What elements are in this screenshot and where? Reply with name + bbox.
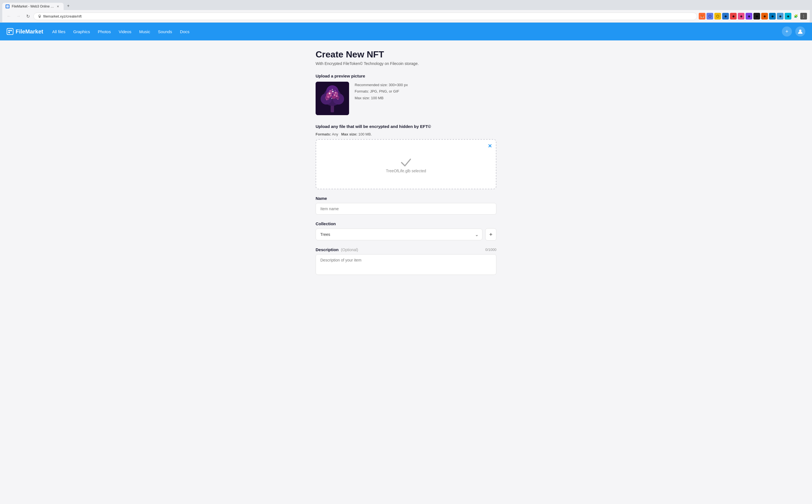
description-textarea[interactable]	[316, 254, 496, 275]
nav-graphics[interactable]: Graphics	[73, 29, 90, 34]
svg-point-23	[336, 96, 338, 97]
svg-point-29	[332, 89, 333, 90]
ext-icon-11[interactable]: ◈	[777, 13, 784, 20]
tab-close-icon[interactable]: ✕	[57, 5, 59, 8]
logo-text: FileMarket	[16, 28, 43, 35]
selected-file-text: TreeOfLife.glb selected	[386, 169, 426, 173]
upload-file-section: Upload any file that will be encrypted a…	[316, 124, 496, 189]
main-content: Create New NFT With Encrypted FileToken©…	[311, 40, 501, 299]
ext-icon-3[interactable]: ⬡	[714, 13, 721, 20]
preview-image-box[interactable]	[316, 82, 349, 115]
description-optional: (Optional)	[341, 248, 358, 252]
preview-image	[316, 82, 349, 115]
dropzone-close-icon[interactable]: ✕	[488, 143, 492, 149]
logo-icon	[7, 28, 13, 35]
svg-point-30	[330, 90, 331, 91]
collection-label: Collection	[316, 221, 496, 226]
checkmark-icon	[399, 155, 413, 169]
upload-info-maxsize: Max size: 100 MB	[355, 95, 408, 101]
name-section: Name	[316, 196, 496, 215]
svg-rect-0	[6, 5, 9, 8]
upload-preview-area: Recommended size: 300×300 px Formats: JP…	[316, 82, 496, 115]
formats-value: Any	[332, 132, 338, 136]
svg-point-25	[334, 95, 335, 96]
svg-point-24	[331, 98, 332, 99]
upload-info: Recommended size: 300×300 px Formats: JP…	[355, 82, 408, 101]
ext-puzzle-icon[interactable]: 🧩	[792, 13, 799, 20]
nav-all-files[interactable]: All files	[52, 29, 66, 34]
logo[interactable]: FileMarket	[7, 28, 43, 35]
svg-point-21	[335, 92, 336, 93]
ext-icon-10[interactable]: ◈	[769, 13, 776, 20]
ext-icon-1[interactable]: 🦊	[699, 13, 705, 20]
collection-row: Trees ⌄ +	[316, 228, 496, 241]
browser-chrome: FileMarket - Web3 Online Sho... ✕ + ← → …	[0, 0, 812, 23]
svg-point-28	[338, 99, 339, 100]
collection-select[interactable]: Trees	[316, 229, 482, 240]
ext-icon-4[interactable]: ◈	[722, 13, 729, 20]
upload-info-size: Recommended size: 300×300 px	[355, 82, 408, 88]
svg-point-27	[327, 100, 327, 100]
svg-point-19	[329, 93, 330, 94]
ext-icon-2[interactable]: ⬡	[707, 13, 713, 20]
upload-info-formats: Formats: JPG, PNG, or GIF	[355, 88, 408, 95]
name-input[interactable]	[316, 203, 496, 215]
tab-favicon	[6, 4, 9, 8]
max-size-bold: Max size:	[341, 132, 357, 136]
lock-icon	[38, 14, 42, 18]
upload-preview-section: Upload a preview picture	[316, 74, 496, 115]
description-label: Description (Optional)	[316, 247, 358, 252]
svg-point-20	[332, 91, 334, 92]
svg-point-31	[335, 90, 336, 91]
ext-icon-6[interactable]: ◈	[738, 13, 745, 20]
ext-icon-5[interactable]: ◈	[730, 13, 737, 20]
description-count: 0/1000	[485, 248, 496, 252]
page-subtitle: With Encrypted FileToken© Technology on …	[316, 61, 496, 66]
nav-music[interactable]: Music	[139, 29, 150, 34]
browser-tab-active[interactable]: FileMarket - Web3 Online Sho... ✕	[2, 3, 64, 10]
add-button[interactable]: +	[782, 26, 792, 37]
svg-point-16	[332, 95, 336, 99]
name-label: Name	[316, 196, 496, 201]
new-tab-button[interactable]: +	[64, 2, 72, 10]
nav-videos[interactable]: Videos	[118, 29, 131, 34]
description-header: Description (Optional) 0/1000	[316, 247, 496, 252]
svg-rect-4	[10, 30, 12, 31]
upload-file-label: Upload any file that will be encrypted a…	[316, 124, 496, 129]
formats-bold: Formats:	[316, 132, 331, 136]
collection-select-wrapper: Trees ⌄	[316, 229, 482, 240]
ext-icon-9[interactable]: ◈	[761, 13, 768, 20]
nav-right: +	[782, 26, 805, 37]
ext-icon-7[interactable]: ◈	[746, 13, 752, 20]
site-navigation: FileMarket All files Graphics Photos Vid…	[0, 23, 812, 40]
url-text: filemarket.xyz/create/nft	[43, 14, 693, 18]
svg-rect-5	[8, 32, 10, 33]
svg-point-26	[331, 95, 332, 96]
description-section: Description (Optional) 0/1000	[316, 247, 496, 276]
svg-rect-3	[8, 30, 10, 31]
collection-section: Collection Trees ⌄ +	[316, 221, 496, 241]
svg-point-17	[325, 96, 330, 100]
address-bar[interactable]: filemarket.xyz/create/nft	[33, 13, 697, 20]
svg-rect-2	[39, 16, 40, 18]
forward-button[interactable]: →	[14, 12, 22, 20]
nav-docs[interactable]: Docs	[180, 29, 189, 34]
ext-menu-icon[interactable]: ⋮	[800, 13, 807, 20]
page-title: Create New NFT	[316, 49, 496, 60]
refresh-button[interactable]: ↻	[24, 12, 32, 20]
nav-sounds[interactable]: Sounds	[158, 29, 172, 34]
ext-icon-8[interactable]: ◈	[753, 13, 760, 20]
svg-point-22	[328, 96, 329, 98]
browser-extensions: 🦊 ⬡ ⬡ ◈ ◈ ◈ ◈ ◈ ◈ ◈ ◈ ◈ 🧩 ⋮	[699, 13, 807, 20]
nav-links: All files Graphics Photos Videos Music S…	[52, 29, 782, 34]
browser-toolbar: ← → ↻ filemarket.xyz/create/nft 🦊 ⬡ ⬡ ◈ …	[2, 10, 810, 23]
ext-icon-12[interactable]: ◈	[785, 13, 791, 20]
user-avatar[interactable]	[795, 26, 805, 37]
nav-photos[interactable]: Photos	[98, 29, 111, 34]
add-collection-button[interactable]: +	[485, 228, 496, 241]
formats-text: Formats: Any Max size: 100 MB.	[316, 132, 496, 136]
svg-point-6	[799, 30, 801, 32]
upload-dropzone[interactable]: ✕ TreeOfLife.glb selected	[316, 139, 496, 189]
back-button[interactable]: ←	[5, 12, 13, 20]
upload-preview-label: Upload a preview picture	[316, 74, 496, 78]
